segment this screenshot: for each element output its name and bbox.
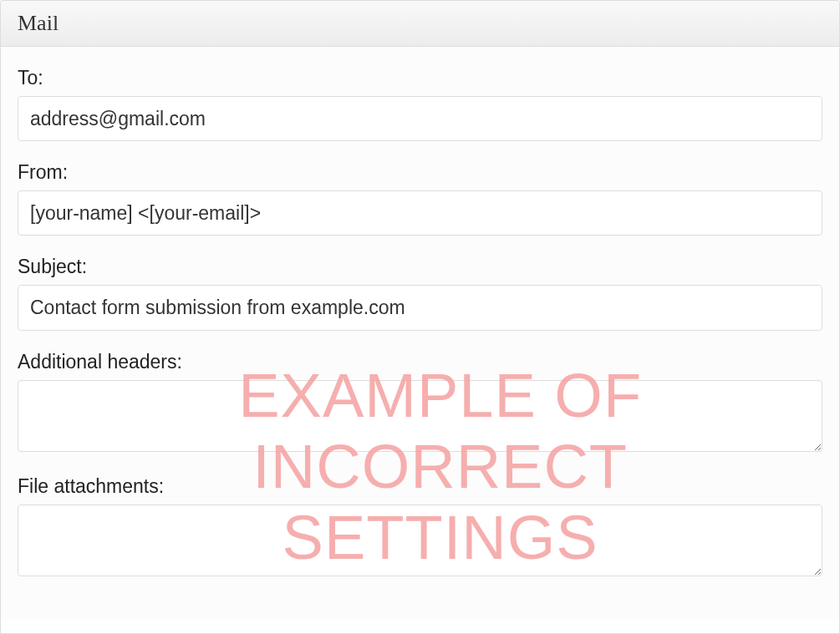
subject-group: Subject: xyxy=(18,256,822,330)
from-input[interactable] xyxy=(18,190,822,236)
file-attachments-label: File attachments: xyxy=(18,475,822,498)
from-group: From: xyxy=(18,161,822,236)
subject-input[interactable] xyxy=(18,285,822,330)
from-label: From: xyxy=(18,161,822,184)
panel-body: To: From: Subject: Additional headers: F… xyxy=(1,47,839,620)
file-attachments-group: File attachments: xyxy=(18,475,822,580)
to-input[interactable] xyxy=(18,96,822,141)
file-attachments-textarea[interactable] xyxy=(18,505,822,576)
to-label: To: xyxy=(18,67,822,89)
additional-headers-textarea[interactable] xyxy=(18,380,822,452)
subject-label: Subject: xyxy=(18,256,822,278)
additional-headers-label: Additional headers: xyxy=(18,351,822,373)
panel-title: Mail xyxy=(1,1,839,47)
additional-headers-group: Additional headers: xyxy=(18,351,822,455)
mail-panel: Mail To: From: Subject: Additional heade… xyxy=(0,0,840,634)
to-group: To: xyxy=(18,67,822,141)
